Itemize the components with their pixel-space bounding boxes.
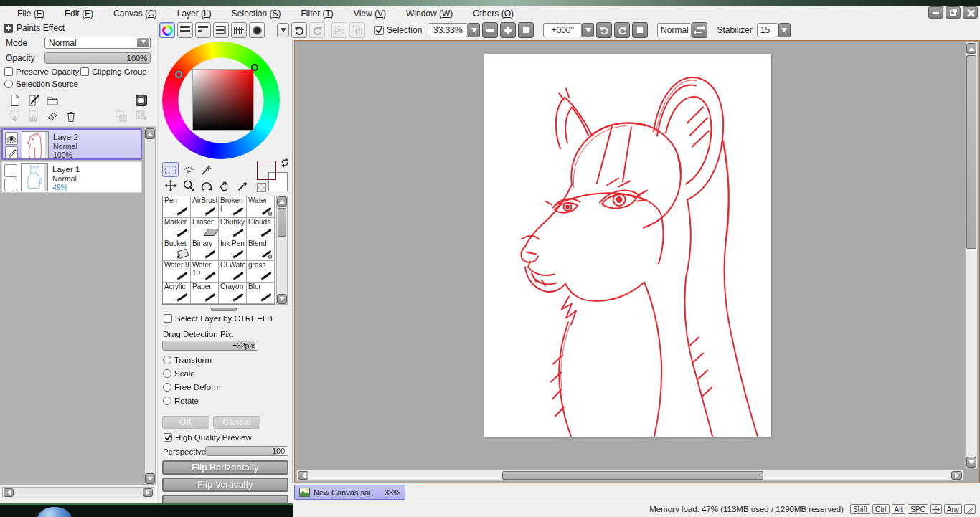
menu-item[interactable]: Layer (L) [167, 9, 222, 19]
brush-item[interactable]: Ol Wate [219, 261, 247, 283]
hand-tool[interactable] [216, 178, 232, 193]
zoom-tool[interactable] [180, 178, 197, 193]
transfer-down-button[interactable] [7, 108, 23, 124]
brush-item[interactable]: Marker [163, 218, 191, 239]
brush-item[interactable]: Chunky [219, 218, 247, 239]
zoom-reset-button[interactable] [518, 22, 534, 38]
swap-colors-icon[interactable] [280, 158, 290, 168]
zoom-value-field[interactable]: 33.33% [428, 23, 468, 37]
layer-mode-dropdown[interactable]: Normal [44, 37, 151, 49]
new-folder-button[interactable] [44, 93, 60, 108]
selection-checkbox[interactable] [374, 26, 384, 35]
brush-item[interactable]: Pen [163, 196, 191, 218]
transform-mode-radio[interactable]: Free Deform [163, 383, 221, 392]
scroll-thumb[interactable] [966, 55, 976, 249]
brush-item[interactable]: AirBrush [191, 196, 219, 218]
menu-item[interactable]: Window (W) [396, 9, 463, 19]
brush-item[interactable]: Binary [191, 239, 219, 261]
color-sliders-panel-button[interactable] [177, 22, 193, 38]
new-layer-button[interactable] [7, 93, 23, 108]
scroll-left-button[interactable] [4, 488, 14, 497]
hq-preview-checkbox[interactable] [164, 433, 172, 442]
brush-item[interactable]: Blend [247, 239, 275, 261]
select-layer-checkbox[interactable] [164, 314, 172, 323]
brush-item[interactable]: Paper [191, 283, 219, 304]
scroll-thumb[interactable] [502, 471, 763, 480]
layer-row-layer2[interactable]: Layer2 Normal 100% [1, 128, 142, 160]
layer-visibility-toggle[interactable] [4, 164, 17, 177]
brush-item[interactable]: Water 10 [191, 261, 219, 283]
menu-item[interactable]: Filter (T) [291, 9, 344, 19]
custom-palette-button[interactable] [231, 22, 247, 38]
foreground-color-swatch[interactable] [257, 161, 276, 180]
zoom-dropdown-button[interactable] [468, 23, 480, 37]
scroll-down-button[interactable] [966, 457, 976, 468]
scroll-up-button[interactable] [966, 43, 976, 54]
menu-item[interactable]: File (F) [7, 9, 55, 19]
layer-draw-indicator[interactable] [5, 146, 18, 159]
angle-dropdown-button[interactable] [582, 23, 594, 37]
scroll-thumb[interactable] [278, 208, 286, 237]
layer-draw-indicator[interactable] [4, 179, 17, 191]
perspective-slider[interactable]: 100 [205, 446, 288, 456]
canvas-hscrollbar[interactable] [296, 470, 963, 481]
flip-horizontally-button[interactable]: Flip Horizontally [162, 460, 288, 475]
clear-layer-button[interactable] [44, 108, 60, 124]
sv-marker[interactable] [251, 64, 258, 71]
brush-item[interactable]: Ink Pen [219, 239, 247, 261]
menu-item[interactable]: View (V) [344, 9, 396, 19]
clipping-group-checkbox[interactable] [80, 67, 89, 76]
transform-mode-radio[interactable]: Scale [163, 369, 221, 378]
layer-row-layer1[interactable]: Layer 1 Normal 49% [1, 161, 142, 193]
scroll-up-button[interactable] [145, 128, 155, 139]
menu-item[interactable]: Selection (S) [222, 9, 291, 19]
rotate-cw-button[interactable] [614, 22, 630, 38]
empty-tool-slot[interactable] [234, 162, 250, 177]
menu-item[interactable]: Edit (E) [55, 9, 103, 19]
maximize-button[interactable] [946, 6, 961, 19]
transparent-color-swatch[interactable] [257, 183, 266, 192]
transform-mode-radio[interactable]: Transform [163, 356, 221, 364]
brush-item[interactable]: Broken ( [219, 196, 247, 218]
transform-mode-radio[interactable]: Rotate [163, 397, 221, 405]
hue-marker[interactable] [175, 71, 182, 78]
scroll-right-button[interactable] [951, 471, 962, 480]
magic-wand-tool[interactable] [198, 162, 215, 177]
chevron-down-icon[interactable] [137, 38, 149, 47]
deselect-button[interactable] [331, 22, 347, 38]
new-linework-layer-button[interactable] [26, 93, 42, 108]
lasso-tool[interactable] [180, 162, 197, 177]
saturation-value-square[interactable] [192, 69, 254, 131]
angle-value-field[interactable]: +000° [543, 23, 582, 37]
toolbar-dropdown-button[interactable] [277, 23, 289, 37]
swatches-panel-button[interactable] [213, 22, 229, 38]
brush-item[interactable]: Bucket [163, 239, 191, 261]
cancel-button[interactable]: Cancel [213, 416, 260, 429]
delete-layer-button[interactable] [63, 108, 79, 124]
swap-color-button[interactable] [692, 22, 707, 38]
scroll-up-button[interactable] [277, 196, 287, 207]
merge-down-button[interactable] [26, 108, 42, 124]
minimize-button[interactable] [928, 6, 943, 19]
brush-item[interactable]: Water 9 [163, 261, 191, 283]
scroll-right-button[interactable] [143, 488, 153, 497]
drag-detection-slider[interactable]: ±32pix [162, 341, 258, 351]
layer-visibility-toggle[interactable] [5, 132, 18, 145]
paste-merge-button[interactable] [113, 108, 129, 124]
zoom-in-button[interactable] [500, 22, 516, 38]
brush-item[interactable]: Eraser [191, 218, 219, 239]
redo-button[interactable] [309, 22, 325, 38]
paste-new-button[interactable] [133, 108, 149, 124]
scroll-left-button[interactable] [298, 471, 308, 480]
stabilizer-value-field[interactable]: 15 [757, 23, 778, 37]
menu-item[interactable]: Canvas (C) [103, 9, 167, 19]
stabilizer-dropdown-button[interactable] [778, 23, 791, 37]
rotate-reset-button[interactable] [632, 22, 648, 38]
menu-item[interactable]: Others (O) [463, 9, 524, 19]
undo-button[interactable] [291, 22, 307, 38]
brush-item[interactable]: Blur [247, 283, 275, 304]
color-mixer-panel-button[interactable] [195, 22, 211, 38]
scroll-down-button[interactable] [145, 473, 155, 484]
rotate-ccw-button[interactable] [596, 22, 612, 38]
document-tab[interactable]: New Canvas.sai 33% [294, 485, 405, 500]
